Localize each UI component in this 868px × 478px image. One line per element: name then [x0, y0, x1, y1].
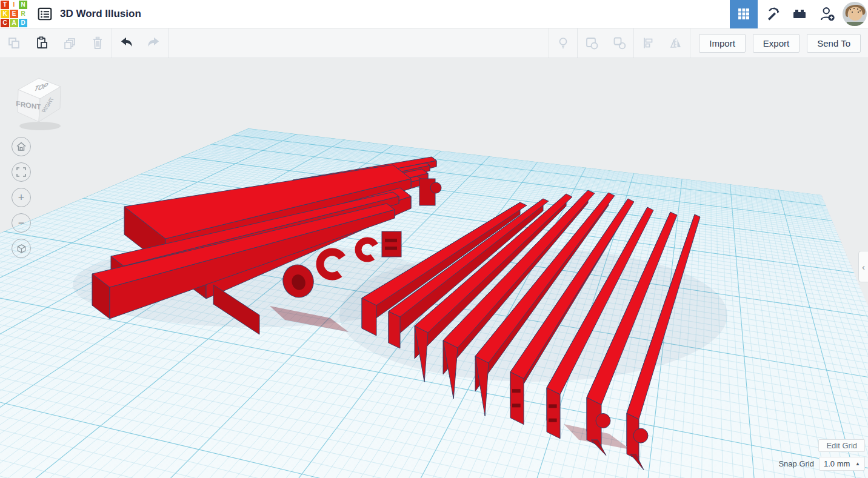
- duplicate-button[interactable]: [56, 28, 84, 58]
- logo-tile: N: [19, 1, 27, 9]
- logo-tile: K: [1, 10, 9, 18]
- pickaxe-icon: [763, 5, 780, 22]
- collaborate-button[interactable]: [813, 0, 841, 28]
- snap-grid-select[interactable]: 1.0 mm ▲: [819, 457, 865, 471]
- snap-grid-control: Snap Grid 1.0 mm ▲: [778, 457, 865, 471]
- design-canvas[interactable]: TOP FRONT RIGHT + − ‹ Edit Grid Snap Gri…: [0, 58, 868, 478]
- mirror-button[interactable]: [662, 28, 690, 58]
- app-header: TINKERCAD 3D Word Illusion: [0, 0, 868, 28]
- export-button[interactable]: Export: [753, 34, 800, 53]
- paste-button[interactable]: [28, 28, 56, 58]
- brick-icon: [792, 6, 807, 22]
- main-toolbar: Import Export Send To: [0, 28, 868, 58]
- group-button[interactable]: [578, 28, 606, 58]
- lightbulb-icon: [556, 36, 570, 50]
- logo-tile: T: [1, 1, 9, 9]
- snap-grid-value: 1.0 mm: [824, 459, 850, 468]
- logo-tile: C: [1, 19, 9, 27]
- trash-icon: [90, 36, 105, 50]
- logo-tile: R: [19, 10, 27, 18]
- chevron-left-icon: ‹: [862, 262, 865, 272]
- zoom-in-button[interactable]: +: [12, 188, 31, 207]
- send-to-button[interactable]: Send To: [807, 34, 861, 53]
- redo-button[interactable]: [140, 28, 168, 58]
- logo-tile: A: [10, 19, 18, 27]
- copy-icon: [7, 36, 21, 50]
- edit-grid-button[interactable]: Edit Grid: [818, 439, 865, 452]
- align-icon: [641, 36, 655, 50]
- undo-icon: [118, 35, 134, 51]
- delete-button[interactable]: [84, 28, 112, 58]
- grid-view-icon: [736, 7, 751, 21]
- brick-export-button[interactable]: [786, 0, 813, 28]
- add-person-icon: [819, 5, 836, 22]
- toolbar-divider: [690, 28, 690, 58]
- duplicate-icon: [62, 36, 77, 50]
- page-title: 3D Word Illusion: [60, 8, 141, 20]
- perspective-cube-icon: [16, 244, 27, 254]
- mirror-icon: [669, 36, 683, 50]
- view-3d-button[interactable]: [730, 0, 758, 28]
- align-button[interactable]: [634, 28, 662, 58]
- home-view-button[interactable]: [12, 137, 31, 156]
- logo-tile: I: [10, 1, 18, 9]
- redo-icon: [146, 35, 162, 51]
- design-properties-icon: [37, 6, 53, 22]
- ungroup-icon: [612, 36, 627, 50]
- perspective-toggle-button[interactable]: [12, 239, 31, 258]
- minecraft-export-button[interactable]: [758, 0, 786, 28]
- group-icon: [584, 36, 599, 50]
- caret-up-icon: ▲: [855, 461, 860, 466]
- shapes-panel-toggle[interactable]: ‹: [858, 251, 868, 282]
- view-cube[interactable]: TOP FRONT RIGHT: [6, 68, 73, 134]
- avatar-image: [842, 1, 867, 27]
- tinkercad-logo[interactable]: TINKERCAD: [0, 0, 28, 28]
- fit-view-button[interactable]: [12, 162, 31, 182]
- toolbar-divider: [168, 28, 169, 58]
- home-icon: [16, 141, 27, 152]
- copy-button[interactable]: [0, 28, 28, 58]
- undo-button[interactable]: [112, 28, 140, 58]
- fit-view-icon: [16, 167, 26, 177]
- snap-grid-label: Snap Grid: [778, 459, 814, 468]
- paste-icon: [35, 36, 49, 50]
- import-button[interactable]: Import: [699, 34, 746, 53]
- 3d-scene[interactable]: [0, 58, 868, 478]
- show-all-button[interactable]: [549, 28, 577, 58]
- header-actions: [730, 0, 868, 28]
- zoom-out-button[interactable]: −: [12, 213, 31, 233]
- logo-tile: E: [10, 10, 18, 18]
- user-avatar[interactable]: [841, 0, 868, 28]
- design-properties-button[interactable]: [36, 6, 53, 22]
- ungroup-button[interactable]: [606, 28, 633, 58]
- logo-tile: D: [19, 19, 27, 27]
